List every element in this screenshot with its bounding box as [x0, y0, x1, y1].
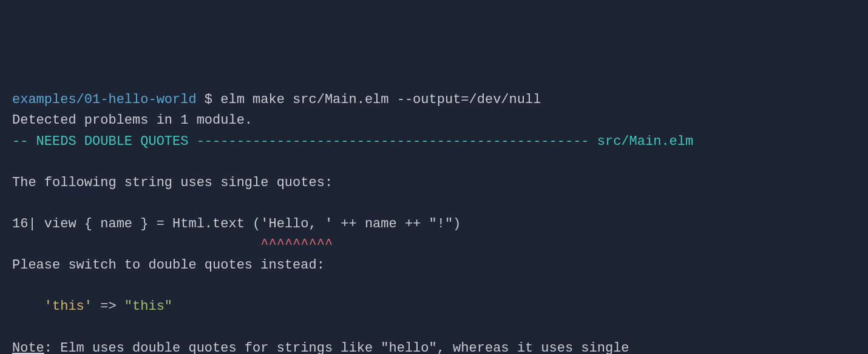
caret-pad: [12, 237, 260, 252]
note-colon: :: [44, 341, 60, 355]
prompt-separator: $: [197, 92, 221, 107]
detected-line: Detected problems in 1 module.: [12, 110, 856, 131]
example-arrow: =>: [92, 299, 124, 314]
prompt-path: examples/01-hello-world: [12, 92, 197, 107]
error-header: -- NEEDS DOUBLE QUOTES -----------------…: [12, 132, 856, 152]
instruction-line: Please switch to double quotes instead:: [12, 255, 856, 276]
code-line: 16| view { name } = Html.text ('Hello, '…: [12, 214, 856, 235]
double-quote-example: "this": [124, 299, 172, 314]
caret-marks: ^^^^^^^^^: [260, 237, 333, 252]
header-dashes: ----------------------------------------…: [188, 134, 597, 149]
prompt-line: examples/01-hello-world $ elm make src/M…: [12, 90, 856, 110]
terminal-output: examples/01-hello-world $ elm make src/M…: [12, 90, 856, 354]
line-number: 16|: [12, 216, 44, 232]
header-prefix: --: [12, 134, 36, 149]
single-quote-example: 'this': [44, 299, 92, 314]
note-text-1: Elm uses double quotes for strings like …: [60, 341, 629, 355]
example-line: 'this' => "this": [12, 296, 856, 317]
command-text: elm make src/Main.elm --output=/dev/null: [220, 92, 541, 107]
blank-line: [12, 152, 856, 173]
header-file: src/Main.elm: [597, 134, 693, 149]
code-body: view { name } = Html.text ('Hello, ' ++ …: [44, 216, 461, 232]
blank-line: [12, 317, 856, 338]
note-label: Note: [12, 341, 44, 355]
description-line: The following string uses single quotes:: [12, 173, 856, 193]
blank-line: [12, 193, 856, 214]
caret-line: ^^^^^^^^^: [12, 235, 856, 255]
note-line-1: Note: Elm uses double quotes for strings…: [12, 338, 856, 355]
example-pad: [12, 299, 44, 314]
blank-line: [12, 276, 856, 296]
header-title: NEEDS DOUBLE QUOTES: [36, 134, 189, 149]
